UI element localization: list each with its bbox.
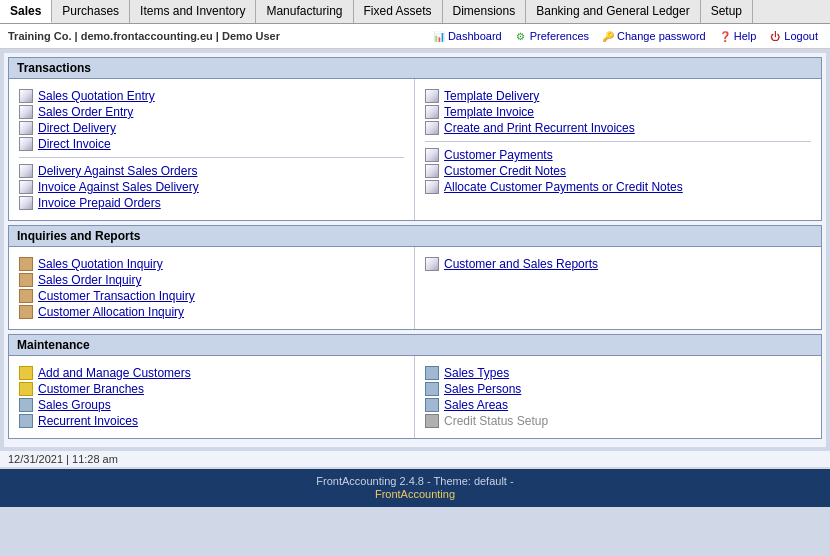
report-icon <box>19 257 33 271</box>
edit-icon <box>19 398 33 412</box>
doc-icon <box>425 180 439 194</box>
divider <box>425 141 811 142</box>
doc-icon <box>425 257 439 271</box>
top-navigation: Sales Purchases Items and Inventory Manu… <box>0 0 830 24</box>
preferences-link[interactable]: ⚙ Preferences <box>510 27 593 45</box>
doc-icon <box>19 121 33 135</box>
recurrent-invoices-maint-link[interactable]: Recurrent Invoices <box>19 414 404 428</box>
help-link[interactable]: ❓ Help <box>714 27 761 45</box>
sales-quotation-entry-link[interactable]: Sales Quotation Entry <box>19 89 404 103</box>
inquiries-right: Customer and Sales Reports <box>415 247 821 329</box>
doc-icon <box>19 89 33 103</box>
folder-icon <box>19 366 33 380</box>
customer-branches-link[interactable]: Customer Branches <box>19 382 404 396</box>
report-icon <box>19 273 33 287</box>
nav-tab-sales[interactable]: Sales <box>0 0 52 23</box>
doc-icon <box>425 89 439 103</box>
template-invoice-link[interactable]: Template Invoice <box>425 105 811 119</box>
maintenance-grid: Add and Manage Customers Customer Branch… <box>8 356 822 439</box>
folder-icon <box>19 382 33 396</box>
footer-text: FrontAccounting 2.4.8 - Theme: default - <box>6 475 824 487</box>
edit-icon <box>425 398 439 412</box>
sales-types-link[interactable]: Sales Types <box>425 366 811 380</box>
doc-icon <box>19 164 33 178</box>
maintenance-right: Sales Types Sales Persons Sales Areas Cr… <box>415 356 821 438</box>
sales-order-inquiry-link[interactable]: Sales Order Inquiry <box>19 273 404 287</box>
doc-icon <box>425 121 439 135</box>
customer-payments-link[interactable]: Customer Payments <box>425 148 811 162</box>
preferences-icon: ⚙ <box>514 29 528 43</box>
inquiries-header: Inquiries and Reports <box>8 225 822 247</box>
recurrent-invoices-link[interactable]: Create and Print Recurrent Invoices <box>425 121 811 135</box>
nav-tab-manufacturing[interactable]: Manufacturing <box>256 0 353 23</box>
footer: FrontAccounting 2.4.8 - Theme: default -… <box>0 469 830 507</box>
help-icon: ❓ <box>718 29 732 43</box>
nav-tab-dimensions[interactable]: Dimensions <box>443 0 527 23</box>
doc-icon <box>425 164 439 178</box>
customer-sales-reports-link[interactable]: Customer and Sales Reports <box>425 257 811 271</box>
dashboard-icon: 📊 <box>432 29 446 43</box>
second-bar: Training Co. | demo.frontaccounting.eu |… <box>0 24 830 49</box>
doc-icon <box>19 137 33 151</box>
divider <box>19 157 404 158</box>
direct-invoice-link[interactable]: Direct Invoice <box>19 137 404 151</box>
sales-quotation-inquiry-link[interactable]: Sales Quotation Inquiry <box>19 257 404 271</box>
key-icon: 🔑 <box>601 29 615 43</box>
delivery-against-sales-link[interactable]: Delivery Against Sales Orders <box>19 164 404 178</box>
status-text: 12/31/2021 | 11:28 am <box>8 453 118 465</box>
footer-link[interactable]: FrontAccounting <box>375 488 455 500</box>
edit-icon <box>425 366 439 380</box>
doc-icon <box>425 105 439 119</box>
sales-groups-link[interactable]: Sales Groups <box>19 398 404 412</box>
transactions-right: Template Delivery Template Invoice Creat… <box>415 79 821 220</box>
invoice-against-delivery-link[interactable]: Invoice Against Sales Delivery <box>19 180 404 194</box>
logout-link[interactable]: ⏻ Logout <box>764 27 822 45</box>
gear-icon <box>425 414 439 428</box>
doc-icon <box>19 105 33 119</box>
report-icon <box>19 289 33 303</box>
nav-tab-setup[interactable]: Setup <box>701 0 753 23</box>
nav-tab-items[interactable]: Items and Inventory <box>130 0 256 23</box>
inquiries-left: Sales Quotation Inquiry Sales Order Inqu… <box>9 247 415 329</box>
sales-persons-link[interactable]: Sales Persons <box>425 382 811 396</box>
sales-order-entry-link[interactable]: Sales Order Entry <box>19 105 404 119</box>
second-bar-right: 📊 Dashboard ⚙ Preferences 🔑 Change passw… <box>428 27 822 45</box>
inquiries-grid: Sales Quotation Inquiry Sales Order Inqu… <box>8 247 822 330</box>
main-content: Transactions Sales Quotation Entry Sales… <box>4 53 826 447</box>
doc-icon <box>425 148 439 162</box>
sales-areas-link[interactable]: Sales Areas <box>425 398 811 412</box>
nav-tab-purchases[interactable]: Purchases <box>52 0 130 23</box>
nav-tab-banking[interactable]: Banking and General Ledger <box>526 0 700 23</box>
transactions-grid: Sales Quotation Entry Sales Order Entry … <box>8 79 822 221</box>
report-icon <box>19 305 33 319</box>
company-info: Training Co. | demo.frontaccounting.eu |… <box>8 30 280 42</box>
invoice-prepaid-link[interactable]: Invoice Prepaid Orders <box>19 196 404 210</box>
logout-icon: ⏻ <box>768 29 782 43</box>
transactions-left: Sales Quotation Entry Sales Order Entry … <box>9 79 415 220</box>
maintenance-left: Add and Manage Customers Customer Branch… <box>9 356 415 438</box>
doc-icon <box>19 196 33 210</box>
credit-status-setup-disabled: Credit Status Setup <box>425 414 811 428</box>
change-password-link[interactable]: 🔑 Change password <box>597 27 710 45</box>
template-delivery-link[interactable]: Template Delivery <box>425 89 811 103</box>
dashboard-link[interactable]: 📊 Dashboard <box>428 27 506 45</box>
status-bar: 12/31/2021 | 11:28 am <box>0 451 830 467</box>
customer-credit-notes-link[interactable]: Customer Credit Notes <box>425 164 811 178</box>
add-manage-customers-link[interactable]: Add and Manage Customers <box>19 366 404 380</box>
maintenance-header: Maintenance <box>8 334 822 356</box>
allocate-customer-link[interactable]: Allocate Customer Payments or Credit Not… <box>425 180 811 194</box>
transactions-header: Transactions <box>8 57 822 79</box>
edit-icon <box>425 382 439 396</box>
nav-tab-fixed-assets[interactable]: Fixed Assets <box>354 0 443 23</box>
customer-transaction-inquiry-link[interactable]: Customer Transaction Inquiry <box>19 289 404 303</box>
direct-delivery-link[interactable]: Direct Delivery <box>19 121 404 135</box>
edit-icon <box>19 414 33 428</box>
doc-icon <box>19 180 33 194</box>
customer-allocation-inquiry-link[interactable]: Customer Allocation Inquiry <box>19 305 404 319</box>
